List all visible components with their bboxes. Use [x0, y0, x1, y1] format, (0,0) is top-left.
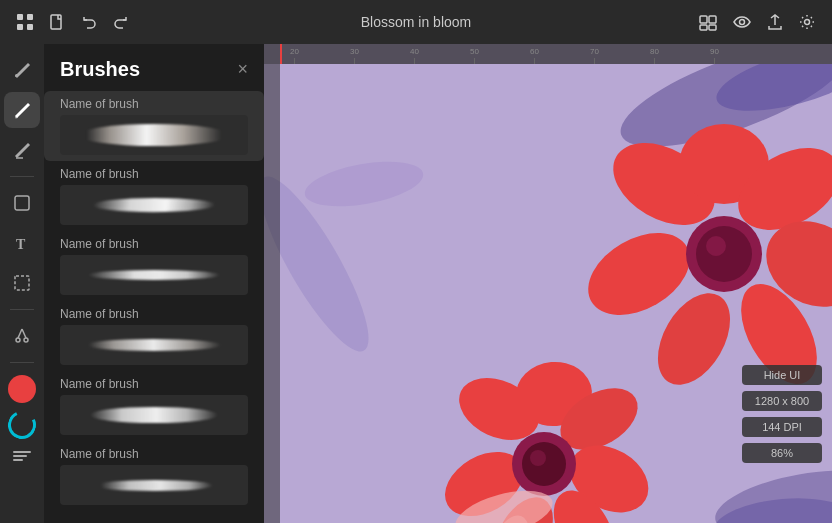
ruler-mark: 80: [654, 58, 655, 64]
svg-line-18: [18, 329, 22, 338]
svg-line-19: [22, 329, 26, 338]
brush-item-name: Name of brush: [60, 307, 248, 321]
svg-point-44: [522, 442, 566, 486]
brush-item-name: Name of brush: [60, 97, 248, 111]
svg-rect-4: [51, 15, 61, 29]
brush-item[interactable]: Name of brush: [44, 91, 264, 161]
brush-panel-header: Brushes ×: [44, 44, 264, 91]
svg-rect-2: [17, 24, 23, 30]
ruler-vertical: [264, 64, 280, 523]
brush-stroke-visual: [92, 198, 216, 212]
file-icon[interactable]: [48, 13, 66, 31]
svg-point-10: [805, 20, 810, 25]
top-bar-right: [698, 13, 816, 31]
ruler-mark: 70: [594, 58, 595, 64]
svg-rect-8: [709, 25, 716, 30]
cut-tool[interactable]: [4, 318, 40, 354]
main-content: T Brushes ×: [0, 44, 832, 523]
bars-icon[interactable]: [13, 451, 31, 461]
svg-rect-3: [27, 24, 33, 30]
ruler-mark: 40: [414, 58, 415, 64]
brush-item-name: Name of brush: [60, 167, 248, 181]
svg-point-45: [530, 450, 546, 466]
toolbar-separator-3: [10, 362, 34, 363]
brush-item-name: Name of brush: [60, 377, 248, 391]
brush-stroke-visual: [95, 480, 212, 491]
brush-list: Name of brush Name of brush Name of brus…: [44, 91, 264, 523]
ruler-mark: 50: [474, 58, 475, 64]
eye-icon[interactable]: [732, 13, 752, 31]
brush-item[interactable]: Name of brush: [44, 301, 264, 371]
brush-stroke-visual: [88, 270, 220, 280]
top-bar: Blossom in bloom: [0, 0, 832, 44]
gallery-icon[interactable]: [698, 13, 718, 31]
brush-item[interactable]: Name of brush: [44, 441, 264, 511]
brush-item[interactable]: Name of brush: [44, 371, 264, 441]
svg-point-34: [696, 226, 752, 282]
dpi-info: 144 DPI: [742, 417, 822, 437]
brush-preview: [60, 255, 248, 295]
svg-rect-5: [700, 16, 707, 23]
brush-preview: [60, 185, 248, 225]
svg-rect-6: [709, 16, 716, 23]
brush-item[interactable]: Name of brush: [44, 231, 264, 301]
ruler-horizontal: 20 30 40 50 60 70: [264, 44, 832, 64]
settings-icon[interactable]: [798, 13, 816, 31]
brush-item[interactable]: Name of brush: [44, 161, 264, 231]
top-bar-left: [16, 13, 130, 31]
selection-rect-tool[interactable]: [4, 265, 40, 301]
erase-tool[interactable]: [4, 132, 40, 168]
brush-preview: [60, 465, 248, 505]
toolbar-separator-2: [10, 309, 34, 310]
app-title: Blossom in bloom: [361, 14, 472, 30]
zoom-info: 86%: [742, 443, 822, 463]
selection-tool[interactable]: [4, 185, 40, 221]
brush-item-name: Name of brush: [60, 447, 248, 461]
ruler-mark: 30: [354, 58, 355, 64]
svg-rect-13: [15, 196, 29, 210]
svg-point-17: [24, 338, 28, 342]
brush-stroke-visual: [86, 339, 222, 351]
smudge-tool[interactable]: [4, 92, 40, 128]
resolution-info: 1280 x 800: [742, 391, 822, 411]
text-tool[interactable]: T: [4, 225, 40, 261]
canvas-area[interactable]: 20 30 40 50 60 70: [264, 44, 832, 523]
loading-indicator: [3, 406, 40, 443]
ruler-mark: 60: [534, 58, 535, 64]
color-swatch[interactable]: [8, 375, 36, 403]
ruler-indicator: [280, 44, 282, 64]
svg-rect-0: [17, 14, 23, 20]
brush-preview: [60, 115, 248, 155]
svg-point-9: [740, 20, 745, 25]
ruler-mark: 90: [714, 58, 715, 64]
brush-panel: Brushes × Name of brush Name of brush Na…: [44, 44, 264, 523]
brush-stroke-visual: [90, 407, 218, 423]
brush-item-name: Name of brush: [60, 237, 248, 251]
hide-ui-button[interactable]: Hide UI: [742, 365, 822, 385]
ruler-mark: 20: [294, 58, 295, 64]
svg-point-11: [15, 74, 18, 77]
export-icon[interactable]: [766, 13, 784, 31]
undo-icon[interactable]: [80, 13, 98, 31]
brush-preview: [60, 325, 248, 365]
brush-panel-title: Brushes: [60, 58, 140, 81]
svg-rect-15: [15, 276, 29, 290]
svg-rect-7: [700, 25, 707, 30]
info-panel: Hide UI 1280 x 800 144 DPI 86%: [742, 365, 822, 463]
close-brush-panel-button[interactable]: ×: [237, 59, 248, 80]
svg-point-35: [706, 236, 726, 256]
grid-icon[interactable]: [16, 13, 34, 31]
svg-rect-1: [27, 14, 33, 20]
toolbar-separator-1: [10, 176, 34, 177]
redo-icon[interactable]: [112, 13, 130, 31]
left-toolbar: T: [0, 44, 44, 523]
svg-point-16: [16, 338, 20, 342]
brush-preview: [60, 395, 248, 435]
svg-text:T: T: [16, 237, 26, 252]
brush-stroke-visual: [79, 124, 229, 146]
brush-tool[interactable]: [4, 52, 40, 88]
